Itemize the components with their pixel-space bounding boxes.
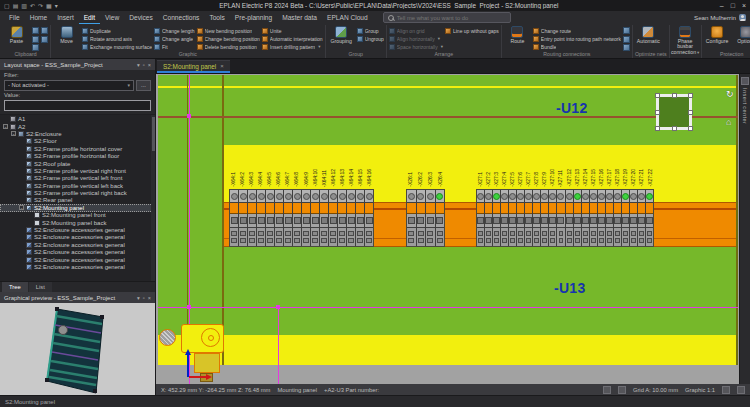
tree-item-s2-enclosure-accessories-general[interactable]: S2:Enclosure accessories general	[0, 256, 155, 263]
new-icon[interactable]	[4, 3, 10, 9]
insert-drilling-pattern-button[interactable]: Insert drilling pattern	[262, 43, 323, 50]
tree-item-a1[interactable]: A1	[0, 116, 155, 123]
tree-item-s2-frame-profile-vertical-right-back[interactable]: S2:Frame profile vertical right back	[0, 189, 155, 196]
terminal-x27-17[interactable]	[605, 190, 613, 246]
terminal-x64-14[interactable]	[346, 190, 355, 246]
tree-item-s2-mounting-panel-back[interactable]: S2:Mounting panel back	[0, 219, 155, 226]
tab-home[interactable]: Home	[25, 11, 53, 24]
automatic-button[interactable]: Automatic	[635, 25, 662, 51]
terminal-strip-x26[interactable]	[406, 189, 445, 247]
entry-points-icon[interactable]	[623, 36, 630, 43]
tree-item-s2-enclosure-accessories-general[interactable]: S2:Enclosure accessories general	[0, 226, 155, 233]
maximize-button[interactable]	[731, 2, 735, 9]
tree-item-s2-floor[interactable]: S2:Floor	[0, 138, 155, 145]
copy-icon[interactable]	[32, 36, 39, 43]
terminal-x27-19[interactable]	[621, 190, 629, 246]
terminal-x27-18[interactable]	[613, 190, 621, 246]
new-bending-position-button[interactable]: New bending position	[197, 27, 260, 34]
terminal-x26-1[interactable]	[407, 190, 416, 246]
filter-dropdown[interactable]: - Not activated -	[4, 80, 134, 91]
change-length-button[interactable]: Change length	[154, 27, 195, 34]
terminal-x27-13[interactable]	[573, 190, 581, 246]
tab-edit[interactable]: Edit	[79, 11, 100, 24]
terminal-x64-8[interactable]	[292, 190, 301, 246]
align-on-grid-button[interactable]: Align on grid	[389, 27, 443, 34]
tree-item-s2-enclosure-accessories-general[interactable]: S2:Enclosure accessories general	[0, 263, 155, 270]
group-button[interactable]: Group	[357, 27, 384, 34]
tree-item-s2-mounting-panel[interactable]: -S2:Mounting panel	[0, 204, 155, 211]
close-button[interactable]	[742, 2, 746, 9]
terminal-x64-5[interactable]	[265, 190, 274, 246]
tab-insert[interactable]: Insert	[52, 11, 79, 24]
line-up-without-gaps-button[interactable]: Line up without gaps	[445, 27, 499, 34]
tree-item-s2-roof-plate[interactable]: S2:Roof plate	[0, 160, 155, 167]
paste-button[interactable]: Paste	[3, 25, 30, 51]
terminal-x27-10[interactable]	[548, 190, 556, 246]
tab-file[interactable]: File	[4, 11, 25, 24]
bundle-button[interactable]: Bundle	[533, 43, 621, 50]
terminal-x27-5[interactable]	[508, 190, 516, 246]
insert-center-strip[interactable]: Insert center	[739, 74, 750, 384]
snap-toggle-icon[interactable]	[618, 386, 626, 394]
delete-icon[interactable]	[41, 27, 48, 34]
terminal-x64-11[interactable]	[319, 190, 328, 246]
terminal-x27-12[interactable]	[565, 190, 573, 246]
tree-item-s2-frame-profile-vertical-left-front[interactable]: S2:Frame profile vertical left front	[0, 175, 155, 182]
terminal-x64-4[interactable]	[256, 190, 265, 246]
save-icon[interactable]	[21, 3, 27, 9]
cut-icon[interactable]	[32, 27, 39, 34]
align-horizontally-button[interactable]: Align horizontally	[389, 35, 443, 42]
terminal-x27-9[interactable]	[540, 190, 548, 246]
tree-item-s2-enclosure-accessories-general[interactable]: S2:Enclosure accessories general	[0, 234, 155, 241]
terminal-x64-12[interactable]	[328, 190, 337, 246]
route-button[interactable]: Route	[504, 25, 531, 51]
terminal-x27-16[interactable]	[597, 190, 605, 246]
unite-button[interactable]: Unite	[262, 27, 323, 34]
terminal-x64-9[interactable]	[301, 190, 310, 246]
minimize-button[interactable]	[720, 2, 724, 9]
change-angle-button[interactable]: Change angle	[154, 35, 195, 42]
terminal-strip-x27[interactable]	[476, 189, 654, 247]
terminal-x64-1[interactable]	[230, 190, 238, 246]
terminal-x27-14[interactable]	[581, 190, 589, 246]
drill-rect-outline[interactable]	[194, 353, 220, 373]
terminal-x27-15[interactable]	[589, 190, 597, 246]
terminal-x64-2[interactable]	[238, 190, 247, 246]
tab-devices[interactable]: Devices	[124, 11, 157, 24]
terminal-x27-2[interactable]	[484, 190, 492, 246]
tab-master-data[interactable]: Master data	[277, 11, 322, 24]
panel-close-icon[interactable]	[148, 62, 151, 68]
terminal-x64-3[interactable]	[247, 190, 256, 246]
device-tag-u13[interactable]: -U13	[554, 280, 586, 296]
select-all-icon[interactable]	[41, 36, 48, 43]
terminal-x27-7[interactable]	[524, 190, 532, 246]
terminal-x27-6[interactable]	[516, 190, 524, 246]
insert-center-tab[interactable]: Insert center	[742, 88, 748, 124]
phase-busbar-connection-button[interactable]: Phase busbar connection	[672, 25, 699, 56]
tree-item-s2-enclosure-accessories-general[interactable]: S2:Enclosure accessories general	[0, 249, 155, 256]
selection-box[interactable]	[656, 94, 692, 130]
tree-scrollbar[interactable]	[151, 115, 155, 282]
tree-toggle-icon[interactable]: -	[3, 124, 8, 129]
duplicate-button[interactable]: Duplicate	[82, 27, 152, 34]
terminal-x27-3[interactable]	[492, 190, 500, 246]
open-icon[interactable]	[13, 3, 19, 9]
tab-view[interactable]: View	[100, 11, 124, 24]
terminal-x27-22[interactable]	[645, 190, 653, 246]
panel-pin-icon[interactable]	[143, 62, 145, 68]
network-icon[interactable]	[623, 44, 630, 51]
tree-toggle-icon[interactable]: -	[19, 205, 24, 210]
terminal-x26-3[interactable]	[425, 190, 435, 246]
panel-menu-icon[interactable]	[137, 62, 140, 68]
delete-bending-position-button[interactable]: Delete bending position	[197, 43, 260, 50]
move-button[interactable]: Move	[53, 25, 80, 51]
panel-close-icon[interactable]	[148, 295, 151, 301]
zoom-in-icon[interactable]	[722, 386, 730, 394]
ungroup-button[interactable]: Ungroup	[357, 35, 384, 42]
entry-point-into-routing-path-network-button[interactable]: Entry point into routing path network	[533, 35, 621, 42]
terminal-x27-11[interactable]	[556, 190, 564, 246]
terminal-x27-1[interactable]	[477, 190, 484, 246]
terminal-x26-2[interactable]	[416, 190, 426, 246]
tree-item-s2-frame-profile-vertical-right-front[interactable]: S2:Frame profile vertical right front	[0, 167, 155, 174]
change-route-button[interactable]: Change route	[533, 27, 621, 34]
